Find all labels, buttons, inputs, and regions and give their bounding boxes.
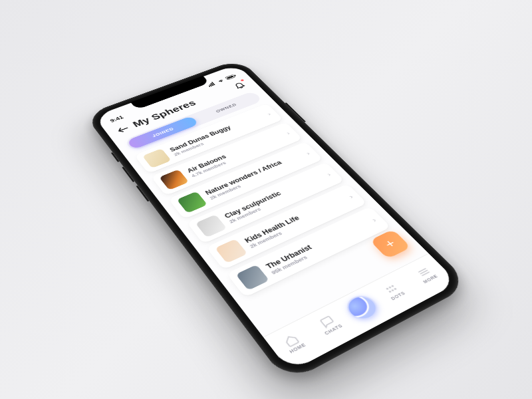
tab-label: DOTS (390, 291, 406, 301)
side-button (136, 186, 149, 202)
arrow-left-icon (116, 125, 130, 134)
sphere-thumbnail (142, 148, 172, 168)
chevron-right-icon: › (325, 171, 332, 178)
tab-label: CHATS (324, 323, 344, 336)
chevron-right-icon: › (265, 111, 273, 117)
tab-label: MORE (422, 274, 439, 284)
menu-icon (414, 265, 433, 279)
svg-point-8 (388, 286, 392, 289)
svg-point-7 (386, 287, 389, 290)
tab-dots[interactable]: DOTS (374, 278, 413, 305)
chevron-right-icon: › (284, 130, 291, 136)
tab-more[interactable]: MORE (407, 261, 446, 287)
tab-home[interactable]: HOME (273, 328, 314, 358)
tab-center[interactable] (341, 291, 383, 324)
sphere-thumbnail (215, 239, 247, 263)
notification-dot (240, 79, 244, 82)
tab-chats[interactable]: CHATS (309, 310, 350, 338)
tab-label: HOME (289, 342, 307, 354)
bell-icon (231, 80, 247, 90)
svg-point-11 (391, 289, 394, 292)
sphere-thumbnail (159, 170, 189, 190)
side-button (122, 167, 135, 183)
sphere-thumbnail (196, 214, 227, 237)
chat-icon (318, 315, 337, 330)
sphere-thumbnail (177, 192, 207, 213)
notifications-button[interactable] (231, 80, 249, 90)
chevron-right-icon: › (346, 193, 354, 200)
side-button (111, 152, 120, 162)
svg-point-9 (391, 285, 394, 287)
svg-point-12 (394, 288, 397, 291)
home-icon (282, 332, 301, 348)
screen: 9:41 My Spheres JOINED OWN (94, 64, 458, 372)
sphere-thumbnail (235, 265, 269, 291)
chevron-right-icon: › (304, 150, 311, 156)
phone-frame: 9:41 My Spheres JOINED OWN (84, 59, 471, 383)
dots-icon (382, 282, 401, 296)
back-button[interactable] (114, 124, 131, 134)
chevron-right-icon: › (370, 216, 378, 223)
svg-point-10 (389, 291, 392, 293)
plus-icon: + (381, 237, 400, 251)
